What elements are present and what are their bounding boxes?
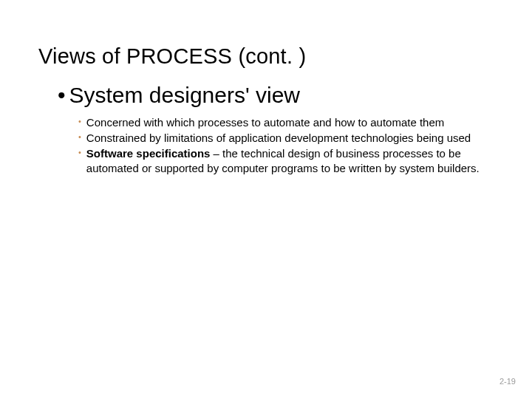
slide: Views of PROCESS (cont. ) •System design… — [0, 0, 532, 399]
list-item-text: Software specifications – the technical … — [86, 146, 492, 174]
bullet-icon: • — [58, 83, 66, 108]
slide-title: Views of PROCESS (cont. ) — [38, 44, 306, 69]
list-item: • Constrained by limitations of applicat… — [78, 131, 492, 145]
page-number: 2-19 — [499, 377, 516, 386]
list-item-text: Concerned with which processes to automa… — [86, 115, 492, 129]
bullet-icon: • — [78, 146, 81, 174]
bullet-icon: • — [78, 131, 81, 145]
bold-term: Software specifications — [86, 147, 211, 160]
main-bullet-text: System designers' view — [69, 83, 301, 107]
list-item-text: Constrained by limitations of applicatio… — [86, 131, 492, 145]
sub-bullet-list: • Concerned with which processes to auto… — [78, 115, 492, 177]
list-item: • Software specifications – the technica… — [78, 146, 492, 174]
list-item: • Concerned with which processes to auto… — [78, 115, 492, 129]
main-bullet: •System designers' view — [58, 83, 300, 108]
bullet-icon: • — [78, 115, 81, 129]
